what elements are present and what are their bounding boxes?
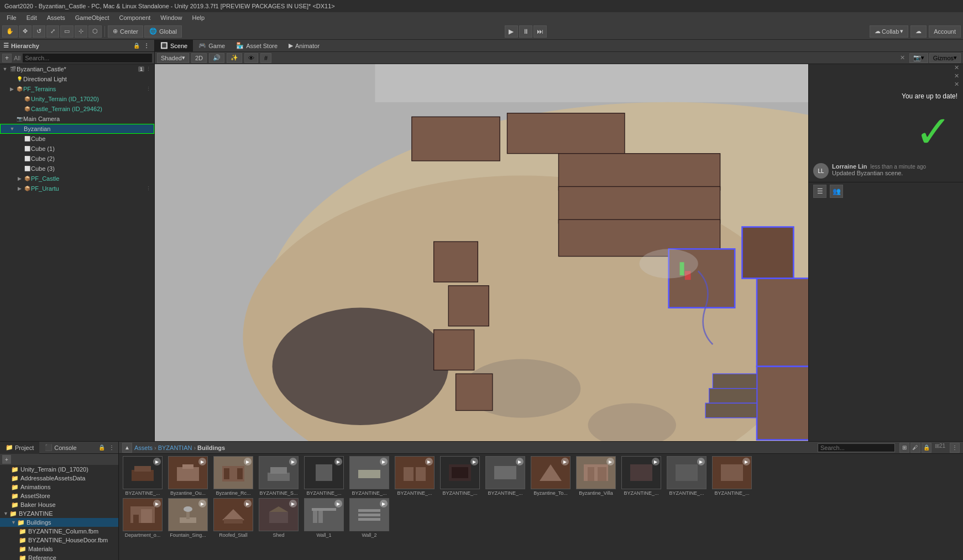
project-item-bakerhouse[interactable]: 📁 Baker House	[0, 500, 118, 509]
assets-view-btn2[interactable]: 🖋	[910, 443, 920, 453]
hierarchy-item-cube1[interactable]: ▶ ⬜ Cube (1)	[0, 144, 154, 154]
play-overlay-icon[interactable]: ▶	[153, 500, 161, 507]
project-item-buildings[interactable]: ▼ 📁 Buildings	[0, 518, 118, 527]
asset-item-byz1[interactable]: ▶ BYZANTINE_...	[121, 456, 164, 496]
collab-list-btn[interactable]: ☰	[813, 185, 826, 198]
play-overlay-icon[interactable]: ▶	[742, 458, 750, 465]
center-btn[interactable]: ⊕ Center	[108, 25, 143, 38]
menu-edit[interactable]: Edit	[22, 13, 41, 22]
project-item-addressable[interactable]: 📁 AddressableAssetsData	[0, 474, 118, 483]
hierarchy-item-main-camera[interactable]: ▶ 📷 Main Camera	[0, 114, 154, 124]
asset-item-byz13[interactable]: ▶ BYZANTINE_...	[665, 456, 708, 496]
play-overlay-icon[interactable]: ▶	[470, 458, 478, 465]
play-overlay-icon[interactable]: ▶	[198, 500, 206, 507]
tab-game[interactable]: 🎮 Game	[193, 40, 231, 52]
menu-assets[interactable]: Assets	[43, 13, 70, 22]
play-overlay-icon[interactable]: ▶	[244, 500, 252, 507]
hierarchy-item-castle-terrain[interactable]: ▶ 📦 Castle_Terrain (ID_29462)	[0, 104, 154, 114]
asset-item-byz9[interactable]: ▶ BYZANTINE_...	[484, 456, 527, 496]
play-overlay-icon[interactable]: ▶	[334, 458, 342, 465]
menu-component[interactable]: Component	[114, 13, 155, 22]
hierarchy-item-pf-urartu[interactable]: ▶ 📦 PF_Urartu ⋮	[0, 184, 154, 193]
assets-view-btn1[interactable]: ⊞	[899, 443, 909, 453]
play-overlay-icon[interactable]: ▶	[289, 458, 297, 465]
hierarchy-item-byzantian[interactable]: ▼ Byzantian	[0, 124, 154, 134]
asset-item-byz6[interactable]: ▶ BYZANTINE_...	[348, 456, 391, 496]
play-overlay-icon[interactable]: ▶	[697, 458, 705, 465]
grid-btn[interactable]: #	[260, 53, 271, 63]
breadcrumb-byzantine[interactable]: BYZANTIAN	[158, 444, 192, 451]
hierarchy-item-directional-light[interactable]: ▶ 💡 Directional Light	[0, 74, 154, 84]
close-btn-2[interactable]: ✕	[952, 72, 961, 80]
scene-viewport[interactable]	[155, 64, 808, 441]
hierarchy-item-pf-castle[interactable]: ▶ 📦 PF_Castle	[0, 174, 154, 184]
hierarchy-item-byzantian-castle[interactable]: ▼ 🎬 Byzantian_Castle* 1 ⋮	[0, 64, 154, 74]
play-overlay-icon[interactable]: ▶	[380, 500, 388, 507]
custom-tool-btn[interactable]: ⬡	[88, 25, 102, 38]
assets-more-btn[interactable]: ⋮	[950, 443, 960, 453]
project-item-byz-col[interactable]: 📁 BYZANTINE_Column.fbm	[0, 527, 118, 536]
collab-btn[interactable]: ☁ Collab ▾	[870, 25, 908, 38]
asset-item-fount1[interactable]: ▶ Fountain_Sing...	[166, 498, 210, 538]
project-item-byz-house[interactable]: 📁 BYZANTINE_HouseDoor.fbm	[0, 536, 118, 545]
play-overlay-icon[interactable]: ▶	[380, 458, 388, 465]
menu-file[interactable]: File	[2, 13, 21, 22]
hierarchy-item-cube3[interactable]: ▶ ⬜ Cube (3)	[0, 164, 154, 174]
more-icon[interactable]: ⋮	[144, 66, 152, 72]
fx-btn[interactable]: ✨	[227, 53, 242, 63]
global-btn[interactable]: 🌐 Global	[144, 25, 182, 38]
asset-item-byz11[interactable]: ▶ Byzantine_Villa	[574, 456, 617, 496]
bottom-lock-btn[interactable]: 🔒	[97, 443, 106, 452]
play-overlay-icon[interactable]: ▶	[334, 500, 342, 507]
asset-item-byz8[interactable]: ▶ BYZANTINE_...	[438, 456, 482, 496]
asset-item-byz12[interactable]: ▶ BYZANTINE_...	[620, 456, 663, 496]
hierarchy-item-pf-terrains[interactable]: ▶ 📦 PF_Terrains ⋮	[0, 84, 154, 94]
project-item-reference[interactable]: 📁 Reference	[0, 553, 118, 560]
play-overlay-icon[interactable]: ▶	[244, 458, 252, 465]
project-item-materials[interactable]: 📁 Materials	[0, 545, 118, 553]
audio-btn[interactable]: 🔊	[209, 53, 224, 63]
asset-item-byz2[interactable]: ▶ Byzantine_Ou...	[166, 456, 210, 496]
asset-item-roof1[interactable]: ▶ Roofed_Stall	[212, 498, 255, 538]
assets-search-input[interactable]	[818, 443, 895, 452]
asset-item-wall1[interactable]: ▶ Wall_1	[302, 498, 346, 538]
asset-item-wall2[interactable]: ▶ Wall_2	[348, 498, 391, 538]
tab-project[interactable]: 📁 Project	[0, 442, 39, 454]
scale-tool-btn[interactable]: ⤢	[46, 25, 59, 38]
rotate-tool-btn[interactable]: ↺	[33, 25, 45, 38]
play-overlay-icon[interactable]: ▶	[606, 458, 614, 465]
play-overlay-icon[interactable]: ▶	[153, 458, 161, 465]
asset-item-shed1[interactable]: ▶ Shed	[257, 498, 300, 538]
close-scene-btn[interactable]: ✕	[897, 53, 908, 63]
shaded-dropdown[interactable]: Shaded ▾	[157, 53, 189, 63]
breadcrumb-assets[interactable]: Assets	[134, 444, 153, 451]
cloud-btn[interactable]: ☁	[910, 25, 927, 38]
menu-gameobject[interactable]: GameObject	[71, 13, 114, 22]
assets-lock-btn[interactable]: 🔒	[922, 443, 931, 453]
assets-expand-btn[interactable]: ▲	[122, 443, 132, 453]
hierarchy-item-unity-terrain[interactable]: ▶ 📦 Unity_Terrain (ID_17020)	[0, 94, 154, 104]
project-item-byzantine[interactable]: ▼ 📁 BYZANTINE	[0, 509, 118, 518]
hierarchy-item-cube2[interactable]: ▶ ⬜ Cube (2)	[0, 154, 154, 164]
play-overlay-icon[interactable]: ▶	[198, 458, 206, 465]
hierarchy-more-btn[interactable]: ⋮	[142, 41, 151, 50]
play-overlay-icon[interactable]: ▶	[516, 458, 524, 465]
asset-item-byz5[interactable]: ▶ BYZANTINE_...	[302, 456, 346, 496]
account-btn[interactable]: Account	[929, 25, 961, 38]
transform-tool-btn[interactable]: ⊹	[75, 25, 87, 38]
asset-item-byz7[interactable]: ▶ BYZANTINE_...	[393, 456, 436, 496]
play-overlay-icon[interactable]: ▶	[652, 458, 660, 465]
project-add-btn[interactable]: +	[2, 455, 11, 464]
asset-item-byz4[interactable]: ▶ BYZANTINE_S...	[257, 456, 300, 496]
tab-animator[interactable]: ▶ Animator	[283, 40, 325, 52]
play-overlay-icon[interactable]: ▶	[289, 500, 297, 507]
play-overlay-icon[interactable]: ▶	[561, 458, 569, 465]
asset-item-dep1[interactable]: ▶ Department_o...	[121, 498, 164, 538]
pause-btn[interactable]: ⏸	[519, 25, 532, 38]
rect-tool-btn[interactable]: ▭	[60, 25, 74, 38]
hierarchy-lock-btn[interactable]: 🔒	[132, 41, 141, 50]
asset-item-byz14[interactable]: ▶ BYZANTINE_...	[710, 456, 753, 496]
2d-btn[interactable]: 2D	[191, 53, 207, 63]
play-overlay-icon[interactable]: ▶	[425, 458, 433, 465]
tab-asset-store[interactable]: 🏪 Asset Store	[231, 40, 283, 52]
